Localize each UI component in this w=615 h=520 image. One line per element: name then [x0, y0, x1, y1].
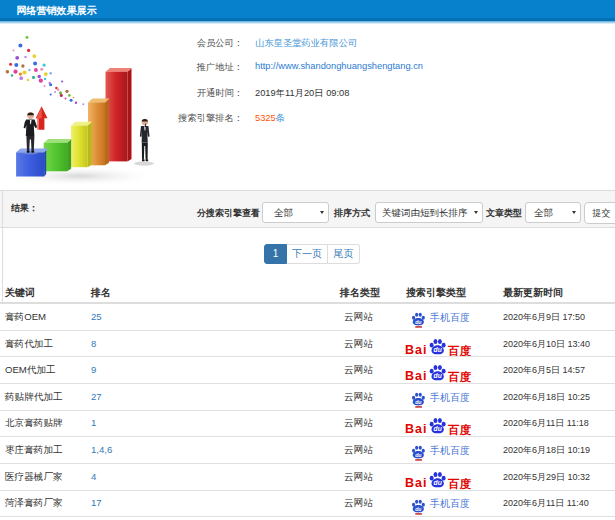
svg-text:du: du	[415, 399, 422, 405]
svg-text:du: du	[415, 319, 422, 325]
svg-text:du: du	[434, 346, 442, 353]
svg-text:du: du	[434, 479, 442, 486]
svg-text:du: du	[434, 425, 442, 432]
svg-text:du: du	[415, 452, 422, 458]
svg-text:du: du	[415, 506, 422, 512]
svg-text:du: du	[434, 372, 442, 379]
